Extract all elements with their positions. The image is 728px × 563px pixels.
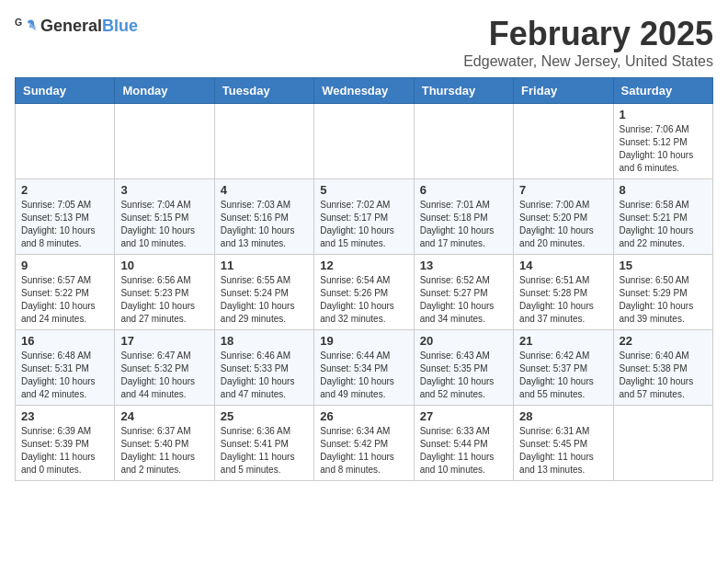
calendar-day-16: 16Sunrise: 6:48 AM Sunset: 5:31 PM Dayli…	[16, 330, 115, 406]
calendar-week-row: 1Sunrise: 7:06 AM Sunset: 5:12 PM Daylig…	[16, 104, 713, 179]
calendar-empty-cell	[514, 104, 613, 179]
calendar-day-8: 8Sunrise: 6:58 AM Sunset: 5:21 PM Daylig…	[613, 179, 712, 255]
col-header-tuesday: Tuesday	[214, 78, 313, 104]
col-header-thursday: Thursday	[414, 78, 513, 104]
day-info: Sunrise: 7:05 AM Sunset: 5:13 PM Dayligh…	[21, 199, 108, 250]
day-number: 16	[21, 334, 108, 348]
day-number: 4	[221, 183, 308, 197]
day-info: Sunrise: 6:48 AM Sunset: 5:31 PM Dayligh…	[21, 350, 108, 401]
day-number: 27	[420, 409, 507, 423]
day-info: Sunrise: 6:58 AM Sunset: 5:21 PM Dayligh…	[620, 199, 707, 250]
calendar-day-5: 5Sunrise: 7:02 AM Sunset: 5:17 PM Daylig…	[314, 179, 414, 255]
day-info: Sunrise: 6:39 AM Sunset: 5:39 PM Dayligh…	[21, 425, 108, 477]
day-info: Sunrise: 6:36 AM Sunset: 5:41 PM Dayligh…	[221, 425, 308, 477]
day-number: 9	[21, 259, 108, 272]
calendar-week-row: 9Sunrise: 6:57 AM Sunset: 5:22 PM Daylig…	[16, 255, 713, 330]
day-number: 1	[620, 108, 707, 121]
day-number: 13	[420, 259, 507, 272]
day-number: 22	[620, 334, 707, 348]
day-number: 15	[620, 259, 707, 272]
calendar-day-12: 12Sunrise: 6:54 AM Sunset: 5:26 PM Dayli…	[314, 255, 414, 330]
day-info: Sunrise: 7:04 AM Sunset: 5:15 PM Dayligh…	[120, 199, 208, 250]
col-header-monday: Monday	[115, 78, 214, 104]
logo: G GeneralBlue	[15, 15, 138, 37]
day-info: Sunrise: 6:54 AM Sunset: 5:26 PM Dayligh…	[320, 274, 407, 326]
calendar-day-24: 24Sunrise: 6:37 AM Sunset: 5:40 PM Dayli…	[115, 406, 214, 481]
day-number: 28	[519, 409, 607, 423]
calendar: SundayMondayTuesdayWednesdayThursdayFrid…	[15, 77, 713, 481]
day-number: 20	[420, 334, 507, 348]
day-number: 8	[620, 183, 707, 197]
day-number: 2	[21, 183, 108, 197]
calendar-empty-cell	[414, 104, 513, 179]
calendar-day-10: 10Sunrise: 6:56 AM Sunset: 5:23 PM Dayli…	[115, 255, 214, 330]
day-number: 3	[120, 183, 208, 197]
day-info: Sunrise: 7:03 AM Sunset: 5:16 PM Dayligh…	[221, 199, 308, 250]
calendar-day-1: 1Sunrise: 7:06 AM Sunset: 5:12 PM Daylig…	[613, 104, 712, 179]
logo-general-text: General	[40, 17, 102, 35]
calendar-day-14: 14Sunrise: 6:51 AM Sunset: 5:28 PM Dayli…	[514, 255, 613, 330]
day-info: Sunrise: 6:44 AM Sunset: 5:34 PM Dayligh…	[320, 350, 407, 401]
calendar-day-21: 21Sunrise: 6:42 AM Sunset: 5:37 PM Dayli…	[514, 330, 613, 406]
calendar-day-19: 19Sunrise: 6:44 AM Sunset: 5:34 PM Dayli…	[314, 330, 414, 406]
day-info: Sunrise: 6:56 AM Sunset: 5:23 PM Dayligh…	[120, 274, 208, 326]
day-info: Sunrise: 6:55 AM Sunset: 5:24 PM Dayligh…	[221, 274, 308, 326]
day-number: 17	[120, 334, 208, 348]
day-info: Sunrise: 6:57 AM Sunset: 5:22 PM Dayligh…	[21, 274, 108, 326]
calendar-day-11: 11Sunrise: 6:55 AM Sunset: 5:24 PM Dayli…	[214, 255, 313, 330]
calendar-day-28: 28Sunrise: 6:31 AM Sunset: 5:45 PM Dayli…	[514, 406, 613, 481]
calendar-day-22: 22Sunrise: 6:40 AM Sunset: 5:38 PM Dayli…	[613, 330, 712, 406]
calendar-header-row: SundayMondayTuesdayWednesdayThursdayFrid…	[16, 78, 713, 104]
day-info: Sunrise: 6:31 AM Sunset: 5:45 PM Dayligh…	[519, 425, 607, 477]
calendar-day-13: 13Sunrise: 6:52 AM Sunset: 5:27 PM Dayli…	[414, 255, 513, 330]
day-info: Sunrise: 7:02 AM Sunset: 5:17 PM Dayligh…	[320, 199, 407, 250]
col-header-wednesday: Wednesday	[314, 78, 414, 104]
day-info: Sunrise: 6:33 AM Sunset: 5:44 PM Dayligh…	[420, 425, 507, 477]
calendar-empty-cell	[16, 104, 115, 179]
day-number: 10	[120, 259, 208, 272]
subtitle: Edgewater, New Jersey, United States	[463, 53, 713, 70]
calendar-day-9: 9Sunrise: 6:57 AM Sunset: 5:22 PM Daylig…	[16, 255, 115, 330]
calendar-empty-cell	[214, 104, 313, 179]
day-info: Sunrise: 6:43 AM Sunset: 5:35 PM Dayligh…	[420, 350, 507, 401]
calendar-day-23: 23Sunrise: 6:39 AM Sunset: 5:39 PM Dayli…	[16, 406, 115, 481]
calendar-day-4: 4Sunrise: 7:03 AM Sunset: 5:16 PM Daylig…	[214, 179, 313, 255]
day-number: 23	[21, 409, 108, 423]
logo-blue-text: Blue	[102, 17, 138, 35]
col-header-sunday: Sunday	[16, 78, 115, 104]
calendar-day-7: 7Sunrise: 7:00 AM Sunset: 5:20 PM Daylig…	[514, 179, 613, 255]
day-number: 19	[320, 334, 407, 348]
svg-text:G: G	[15, 17, 22, 28]
day-info: Sunrise: 6:50 AM Sunset: 5:29 PM Dayligh…	[620, 274, 707, 326]
day-info: Sunrise: 6:42 AM Sunset: 5:37 PM Dayligh…	[519, 350, 607, 401]
day-number: 5	[320, 183, 407, 197]
col-header-saturday: Saturday	[613, 78, 712, 104]
calendar-day-25: 25Sunrise: 6:36 AM Sunset: 5:41 PM Dayli…	[214, 406, 313, 481]
calendar-day-20: 20Sunrise: 6:43 AM Sunset: 5:35 PM Dayli…	[414, 330, 513, 406]
day-number: 25	[221, 409, 308, 423]
calendar-empty-cell	[314, 104, 414, 179]
day-number: 21	[519, 334, 607, 348]
day-info: Sunrise: 6:51 AM Sunset: 5:28 PM Dayligh…	[519, 274, 607, 326]
header: G GeneralBlue February 2025 Edgewater, N…	[15, 15, 713, 70]
calendar-week-row: 2Sunrise: 7:05 AM Sunset: 5:13 PM Daylig…	[16, 179, 713, 255]
calendar-day-27: 27Sunrise: 6:33 AM Sunset: 5:44 PM Dayli…	[414, 406, 513, 481]
day-number: 11	[221, 259, 308, 272]
day-info: Sunrise: 7:06 AM Sunset: 5:12 PM Dayligh…	[620, 123, 707, 175]
day-info: Sunrise: 6:34 AM Sunset: 5:42 PM Dayligh…	[320, 425, 407, 477]
day-info: Sunrise: 7:01 AM Sunset: 5:18 PM Dayligh…	[420, 199, 507, 250]
col-header-friday: Friday	[514, 78, 613, 104]
calendar-day-3: 3Sunrise: 7:04 AM Sunset: 5:15 PM Daylig…	[115, 179, 214, 255]
day-info: Sunrise: 7:00 AM Sunset: 5:20 PM Dayligh…	[519, 199, 607, 250]
logo-icon: G	[15, 15, 37, 37]
day-number: 14	[519, 259, 607, 272]
calendar-day-2: 2Sunrise: 7:05 AM Sunset: 5:13 PM Daylig…	[16, 179, 115, 255]
calendar-day-6: 6Sunrise: 7:01 AM Sunset: 5:18 PM Daylig…	[414, 179, 513, 255]
day-info: Sunrise: 6:52 AM Sunset: 5:27 PM Dayligh…	[420, 274, 507, 326]
calendar-week-row: 23Sunrise: 6:39 AM Sunset: 5:39 PM Dayli…	[16, 406, 713, 481]
day-info: Sunrise: 6:46 AM Sunset: 5:33 PM Dayligh…	[221, 350, 308, 401]
day-info: Sunrise: 6:37 AM Sunset: 5:40 PM Dayligh…	[120, 425, 208, 477]
calendar-empty-cell	[613, 406, 712, 481]
calendar-day-18: 18Sunrise: 6:46 AM Sunset: 5:33 PM Dayli…	[214, 330, 313, 406]
day-info: Sunrise: 6:40 AM Sunset: 5:38 PM Dayligh…	[620, 350, 707, 401]
